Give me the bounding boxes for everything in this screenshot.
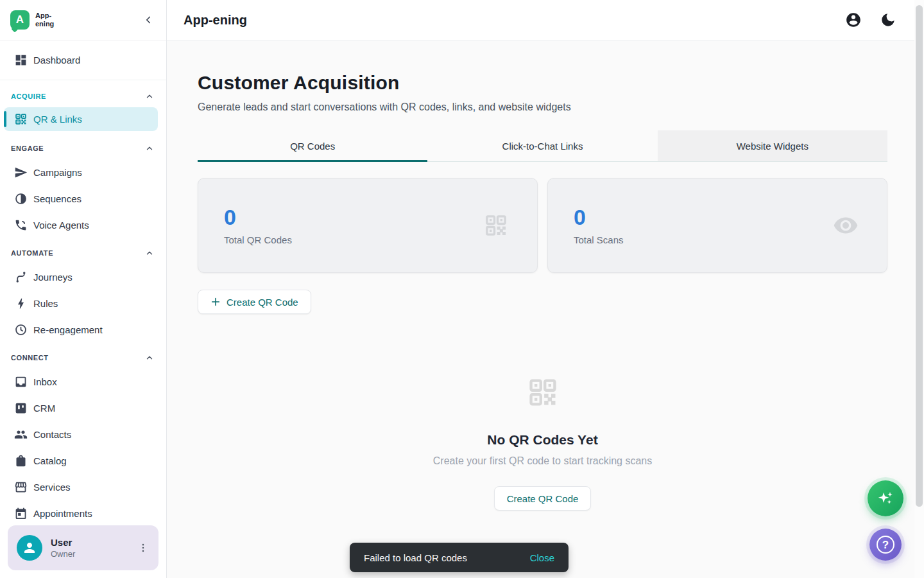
calendar-icon bbox=[14, 507, 28, 519]
tab-click-to-chat-links[interactable]: Click-to-Chat Links bbox=[427, 130, 657, 161]
sidebar-item-label: QR & Links bbox=[33, 114, 82, 125]
sidebar-item-dashboard[interactable]: Dashboard bbox=[0, 40, 166, 80]
plus-icon bbox=[210, 297, 221, 307]
sidebar-item-label: Dashboard bbox=[33, 55, 80, 66]
stat-value: 0 bbox=[224, 206, 292, 228]
sidebar-item-qr-links[interactable]: QR & Links bbox=[4, 107, 158, 131]
avatar bbox=[17, 535, 42, 561]
route-icon bbox=[14, 270, 28, 284]
section-label: ACQUIRE bbox=[11, 92, 46, 100]
user-card[interactable]: User Owner bbox=[8, 525, 158, 570]
sidebar-item-services[interactable]: Services bbox=[0, 474, 166, 500]
question-mark-icon: ? bbox=[877, 536, 894, 554]
user-role: Owner bbox=[51, 549, 75, 559]
half-circle-icon bbox=[14, 192, 28, 206]
sidebar-item-label: Journeys bbox=[33, 272, 73, 283]
tab-label: QR Codes bbox=[290, 141, 335, 152]
stat-label: Total Scans bbox=[574, 234, 624, 245]
moon-icon bbox=[880, 12, 896, 28]
chevron-up-icon bbox=[145, 92, 154, 101]
sidebar-item-label: Sequences bbox=[33, 193, 81, 204]
section-header-engage[interactable]: ENGAGE bbox=[0, 134, 166, 159]
button-label: Create QR Code bbox=[227, 297, 298, 308]
sidebar-item-re-engagement[interactable]: Re-engagement bbox=[0, 317, 166, 343]
sidebar-item-rules[interactable]: Rules bbox=[0, 290, 166, 317]
sidebar-item-voice-agents[interactable]: Voice Agents bbox=[0, 212, 166, 238]
brand-name-line2: ening bbox=[35, 20, 54, 28]
tab-website-widgets[interactable]: Website Widgets bbox=[658, 130, 887, 161]
bolt-icon bbox=[14, 297, 28, 310]
chevron-up-icon bbox=[145, 249, 154, 258]
section-header-connect[interactable]: CONNECT bbox=[0, 343, 166, 369]
user-name: User bbox=[51, 537, 75, 548]
sidebar-item-campaigns[interactable]: Campaigns bbox=[0, 159, 166, 186]
sidebar-item-appointments[interactable]: Appointments bbox=[0, 500, 166, 519]
account-circle-icon bbox=[845, 12, 862, 28]
tab-qr-codes[interactable]: QR Codes bbox=[198, 130, 427, 161]
stat-text: 0 Total QR Codes bbox=[224, 206, 292, 245]
brand-logo: A bbox=[10, 10, 30, 30]
tab-label: Website Widgets bbox=[737, 141, 809, 152]
create-qr-code-button[interactable]: Create QR Code bbox=[198, 290, 311, 314]
empty-create-qr-code-button[interactable]: Create QR Code bbox=[494, 486, 592, 511]
user-menu-button[interactable] bbox=[137, 539, 150, 557]
tab-bar: QR Codes Click-to-Chat Links Website Wid… bbox=[198, 130, 887, 162]
top-bar: App-ening bbox=[167, 0, 924, 40]
content: Customer Acquisition Generate leads and … bbox=[167, 40, 924, 578]
stat-text: 0 Total Scans bbox=[574, 206, 624, 245]
brand-name-line1: App- bbox=[35, 12, 54, 20]
sidebar-item-inbox[interactable]: Inbox bbox=[0, 369, 166, 395]
inbox-icon bbox=[14, 375, 28, 389]
section-label: AUTOMATE bbox=[11, 249, 53, 257]
sparkles-icon bbox=[877, 489, 894, 507]
app-window: A App- ening Dashboard ACQUIRE QR & Link… bbox=[0, 0, 924, 578]
chevron-up-icon bbox=[145, 353, 154, 362]
section-header-automate[interactable]: AUTOMATE bbox=[0, 238, 166, 264]
main-area: App-ening Customer Acquisition Generate … bbox=[167, 0, 924, 578]
help-fab[interactable]: ? bbox=[869, 529, 902, 561]
dark-mode-toggle[interactable] bbox=[879, 11, 897, 29]
empty-state-subtitle: Create your first QR code to start track… bbox=[433, 455, 652, 467]
section-header-acquire[interactable]: ACQUIRE bbox=[0, 80, 166, 107]
button-label: Create QR Code bbox=[507, 493, 579, 504]
account-button[interactable] bbox=[844, 11, 862, 29]
sidebar-header: A App- ening bbox=[0, 0, 166, 40]
sidebar-item-journeys[interactable]: Journeys bbox=[0, 264, 166, 290]
scrollbar-thumb[interactable] bbox=[916, 5, 923, 507]
user-meta: User Owner bbox=[51, 537, 75, 559]
scrollbar-track bbox=[914, 0, 924, 578]
sidebar-item-label: Services bbox=[33, 482, 71, 493]
tab-label: Click-to-Chat Links bbox=[502, 141, 583, 152]
kebab-icon bbox=[137, 542, 149, 554]
sidebar: A App- ening Dashboard ACQUIRE QR & Link… bbox=[0, 0, 167, 578]
sidebar-item-sequences[interactable]: Sequences bbox=[0, 186, 166, 212]
sidebar-item-label: Rules bbox=[33, 298, 58, 309]
sidebar-nav: Dashboard ACQUIRE QR & Links ENGAGE Camp… bbox=[0, 40, 166, 519]
phone-waves-icon bbox=[14, 218, 28, 232]
person-icon bbox=[22, 540, 37, 556]
dashboard-icon bbox=[14, 53, 28, 67]
ai-assistant-fab[interactable] bbox=[868, 480, 903, 516]
app-title: App-ening bbox=[184, 13, 247, 28]
sidebar-item-crm[interactable]: CRM bbox=[0, 395, 166, 421]
sidebar-item-label: Appointments bbox=[33, 508, 92, 519]
empty-state-title: No QR Codes Yet bbox=[487, 432, 597, 448]
sidebar-item-contacts[interactable]: Contacts bbox=[0, 421, 166, 448]
send-icon bbox=[14, 166, 28, 179]
page-title: Customer Acquisition bbox=[198, 72, 887, 94]
sidebar-item-catalog[interactable]: Catalog bbox=[0, 448, 166, 474]
toast-close-button[interactable]: Close bbox=[530, 552, 554, 563]
sidebar-item-label: Inbox bbox=[33, 376, 57, 387]
stat-card-total-scans: 0 Total Scans bbox=[547, 178, 887, 273]
qr-code-icon bbox=[483, 213, 509, 238]
sidebar-item-label: Campaigns bbox=[33, 167, 82, 178]
sidebar-item-label: Catalog bbox=[33, 455, 67, 466]
kanban-icon bbox=[14, 401, 28, 415]
section-label: ENGAGE bbox=[11, 144, 44, 152]
qr-code-icon bbox=[526, 376, 560, 409]
stat-label: Total QR Codes bbox=[224, 234, 292, 245]
brand-name: App- ening bbox=[35, 12, 54, 28]
page-subtitle: Generate leads and start conversations w… bbox=[198, 101, 887, 113]
sidebar-collapse-button[interactable] bbox=[141, 12, 156, 28]
storefront-icon bbox=[14, 480, 28, 494]
